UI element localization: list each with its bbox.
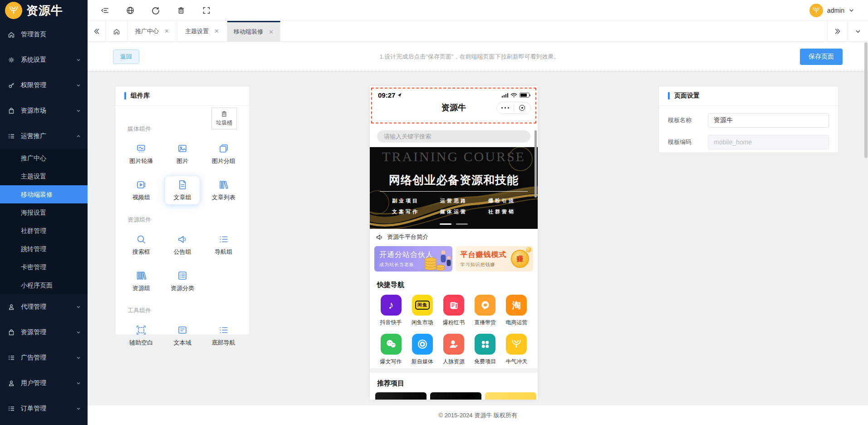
phone-recommend-component[interactable]: 推荐项目 [370,373,538,400]
recommend-card[interactable] [375,392,427,400]
person-heart-icon [443,334,464,355]
sidebar-item-mobile-decorate[interactable]: 移动端装修 [0,185,88,203]
tab-label: 移动端装修 [234,28,263,36]
admin-app: 资源牛 管理首页 系统设置 权限管理 资源市场 [0,0,868,425]
status-icons [502,93,530,98]
exit-target-icon[interactable] [514,105,531,111]
phone-header-component[interactable]: 09:27 资源牛 [371,88,536,124]
component-library-title: 组件库 [131,92,150,100]
coin-text: 赚 [517,255,524,263]
sidebar-item-operation[interactable]: 运营推广 [0,124,88,149]
quick-nav-xiaohongshu[interactable]: 爆粉红书 [443,295,465,326]
quick-nav-grid: ♪ 抖音快手 闲鱼 闲鱼市场 爆粉红书 [375,295,532,366]
page-scrollbar[interactable] [864,42,868,425]
template-name-label: 模板名称 [668,116,708,124]
sidebar-item-theme-settings[interactable]: 主题设置 [0,167,88,185]
brand-logo[interactable]: 资源牛 [0,0,88,21]
sidebar-item-agent[interactable]: 代理管理 [0,294,88,320]
carousel-dot[interactable] [456,223,468,225]
recommend-card[interactable] [430,392,481,400]
trash-label: 垃圾桶 [216,119,232,127]
tabs-menu-button[interactable] [848,21,868,41]
speaker-icon [376,233,383,241]
sidebar-item-resource[interactable]: 资源管理 [0,320,88,345]
close-icon[interactable]: ✕ [164,28,169,34]
save-page-button[interactable]: 保存页面 [800,49,843,65]
chevron-down-icon [848,7,854,13]
sidebar-item-permission[interactable]: 权限管理 [0,73,88,98]
refresh-icon[interactable] [152,6,160,15]
component-resource-group[interactable]: 资源组 [123,267,159,296]
sidebar-item-market[interactable]: 资源市场 [0,98,88,124]
sidebar-item-redirect[interactable]: 跳转管理 [0,240,88,258]
quick-nav-free-projects[interactable]: 免费项目 [474,334,496,366]
sidebar-item-orders[interactable]: 订单管理 [0,396,88,421]
promo-card-partner[interactable]: 开通分站合伙人 成为站长当老板 [374,246,452,272]
more-icon[interactable] [497,107,514,109]
tabs-scroll-right-button[interactable] [827,21,848,41]
component-bottom-nav[interactable]: 底部导航 [206,321,241,350]
sidebar-item-dashboard[interactable]: 管理首页 [0,22,88,47]
recommend-card[interactable] [485,392,536,400]
quick-nav-contacts[interactable]: 人脉资源 [443,334,465,366]
component-image-group[interactable]: 图片分组 [206,139,241,168]
sidebar-item-label: 广告管理 [21,354,76,362]
tab-promotion-center[interactable]: 推广中心 ✕ [128,21,177,41]
sidebar-item-cardkey[interactable]: 卡密管理 [0,258,88,276]
user-menu[interactable]: admin [809,4,868,17]
globe-icon[interactable] [126,6,134,15]
component-nav-group[interactable]: 导航组 [206,230,241,259]
template-name-input[interactable] [708,113,829,128]
fullscreen-icon[interactable] [202,6,211,15]
component-blank-space[interactable]: 辅助空白 [123,321,159,350]
quick-nav-taobao[interactable]: 淘 电商运营 [505,295,527,326]
component-search-box[interactable]: 搜索框 [123,230,159,259]
phone-quick-nav-component[interactable]: 快捷导航 ♪ 抖音快手 闲鱼 闲鱼市场 [370,275,538,368]
quick-nav-niuqi[interactable]: 牛气冲天 [505,334,527,366]
close-icon[interactable]: ✕ [214,28,219,34]
component-image-carousel[interactable]: 图片轮播 [123,139,159,168]
quick-nav-livestream[interactable]: 直播带货 [474,295,496,326]
quick-nav-wechat-writing[interactable]: 爆文写作 [380,334,402,366]
scrollbar-thumb[interactable] [864,42,868,158]
sidebar-item-ads[interactable]: 广告管理 [0,345,88,371]
tabs-scroll-left-button[interactable] [88,21,106,41]
phone-banner-component[interactable]: TRAINING COURSE 网络创业必备资源和技能 副业项目 运营思路 爆粉… [370,147,538,229]
quick-nav-douyin[interactable]: ♪ 抖音快手 [380,295,402,326]
phone-scrollbar[interactable] [535,130,537,198]
sidebar-submenu-operation: 推广中心 主题设置 移动端装修 海报设置 社群管理 跳转管理 卡密管理 小程序页… [0,149,88,294]
tab-mobile-decorate[interactable]: 移动端装修 ✕ [227,21,280,41]
miniprogram-capsule[interactable] [496,102,531,114]
quick-nav-xianyu[interactable]: 闲鱼 闲鱼市场 [412,295,433,326]
component-textarea[interactable]: 文本域 [165,321,200,350]
chevron-down-icon [76,304,81,310]
collapse-menu-icon[interactable] [101,6,109,15]
sidebar-item-miniprogram-page[interactable]: 小程序页面 [0,276,88,294]
component-video-group[interactable]: 视频组 [123,176,159,205]
sidebar-item-system[interactable]: 系统设置 [0,47,88,73]
tab-theme-settings[interactable]: 主题设置 ✕ [177,21,227,41]
sidebar-item-community[interactable]: 社群管理 [0,222,88,240]
component-image[interactable]: 图片 [165,139,200,168]
component-article-group[interactable]: 文章组 [165,176,200,205]
component-announcement-group[interactable]: 公告组 [165,230,200,259]
phone-search-component[interactable]: 请输入关键字搜索 [377,130,530,143]
quick-nav-newmedia[interactable]: 新自媒体 [412,334,433,366]
promo-card-earn[interactable]: 平台赚钱模式 学习知识把钱赚 赚 [456,246,534,272]
sidebar-item-promotion-center[interactable]: 推广中心 [0,149,88,167]
trash-dropzone[interactable]: 垃圾桶 [211,108,237,129]
close-icon[interactable]: ✕ [269,29,274,35]
category-icon [177,270,188,282]
tab-home[interactable] [106,21,128,41]
phone-announcement-component[interactable]: 资源牛平台简介 [370,229,538,245]
component-resource-category[interactable]: 资源分类 [165,267,200,296]
back-button[interactable]: 返回 [113,49,139,64]
carousel-dot-active[interactable] [440,223,451,225]
bull-icon [506,334,527,355]
quick-nav-label: 抖音快手 [380,319,402,326]
sidebar-item-poster-settings[interactable]: 海报设置 [0,203,88,222]
component-article-list[interactable]: 文章列表 [206,176,241,205]
tab-label: 推广中心 [135,27,159,35]
sidebar-item-users[interactable]: 用户管理 [0,371,88,396]
trash-icon[interactable] [177,6,185,15]
